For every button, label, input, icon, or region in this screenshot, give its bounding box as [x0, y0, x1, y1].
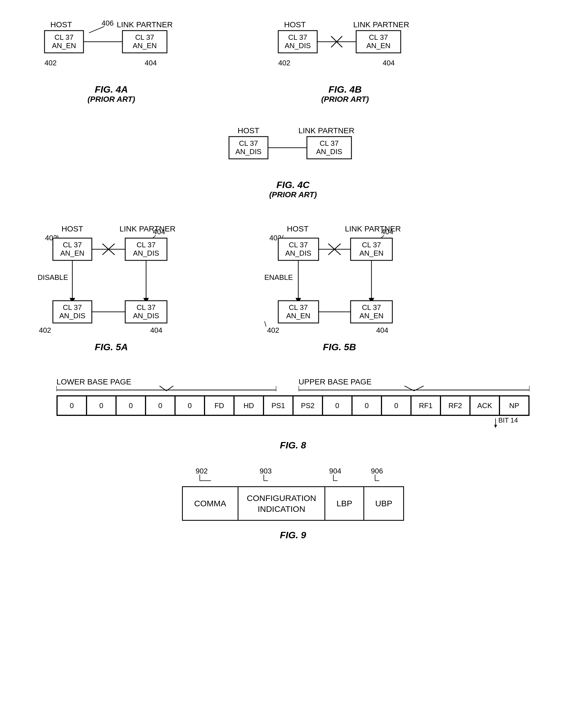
fig-4c-section: HOST LINK PARTNER CL 37 AN_DIS CL 37 AN_…	[22, 123, 564, 199]
fig-row-5ab: HOST LINK PARTNER 402\ 404 CL 37 AN_EN C…	[22, 222, 564, 353]
fig9-cell-lbp: LBP	[325, 487, 364, 520]
fig9-boxes: COMMA CONFIGURATIONINDICATION LBP UBP	[182, 486, 404, 521]
fig4a-ref402: 402	[45, 59, 56, 67]
fig4a-partner-anen: AN_EN	[133, 42, 157, 50]
fig5b-host-label: HOST	[287, 225, 309, 233]
fig4c-host-andis: AN_DIS	[235, 148, 261, 156]
fig5a-bot-host-cl37: CL 37	[63, 303, 82, 312]
fig9-ref906: 906	[371, 467, 383, 475]
fig4b-host-cl37: CL 37	[288, 33, 307, 42]
fig5b-ref404-top: 404	[381, 228, 393, 236]
fig5a-partner-label: LINK PARTNER	[119, 225, 175, 233]
fig4b-host-label: HOST	[284, 20, 306, 29]
fig9-refs-row: 902 903 904 906	[168, 467, 418, 484]
fig9-ref902: 902	[196, 467, 208, 475]
fig5b-top-host-andis: AN_DIS	[285, 249, 311, 257]
fig4c-host-cl37: CL 37	[239, 139, 258, 148]
fig4c-partner-label: LINK PARTNER	[298, 126, 354, 135]
fig5b-ref402-bot: 402	[267, 326, 279, 334]
fig4b-partner-label: LINK PARTNER	[353, 20, 409, 29]
fig-4a-diagram: HOST LINK PARTNER 406 CL 37 AN_EN CL 37 …	[39, 17, 184, 89]
fig8-cell-rf2: RF2	[440, 396, 470, 415]
fig5b-top-partner-cl37: CL 37	[362, 241, 381, 249]
fig4a-host-cl37: CL 37	[54, 33, 73, 42]
fig8-bit14-label: BIT 14	[498, 417, 518, 424]
fig8-brace-row: LOWER BASE PAGE UPPER BASE PAGE	[56, 378, 530, 394]
fig8-cell-1: 0	[86, 396, 116, 415]
fig5a-bot-host-andis: AN_DIS	[59, 312, 85, 320]
fig8-cell-ps2: PS2	[293, 396, 323, 415]
fig4a-host-anen: AN_EN	[52, 42, 76, 50]
fig8-cell-7: 0	[381, 396, 411, 415]
fig8-bit14-arrow: BIT 14	[493, 417, 526, 434]
fig5a-ref404-bot: 404	[150, 326, 162, 334]
fig-9-section: 902 903 904 906 COMMA CONFIGURATIONINDIC…	[22, 467, 564, 541]
fig4a-partner-cl37: CL 37	[135, 33, 154, 42]
fig8-cell-rf1: RF1	[411, 396, 440, 415]
fig4c-partner-cl37: CL 37	[320, 139, 339, 148]
fig4a-partner-label: LINK PARTNER	[117, 20, 173, 29]
fig4c-partner-andis: AN_DIS	[316, 148, 342, 156]
fig5b-top-host-cl37: CL 37	[289, 241, 308, 249]
fig8-cell-4: 0	[175, 396, 205, 415]
fig8-cell-5: 0	[323, 396, 352, 415]
fig8-cell-3: 0	[146, 396, 175, 415]
fig4a-host-label: HOST	[50, 20, 72, 29]
fig8-cell-ps1: PS1	[263, 396, 293, 415]
fig-8-section: LOWER BASE PAGE UPPER BASE PAGE	[22, 378, 564, 451]
fig8-cell-0: 0	[57, 396, 86, 415]
fig5b-ref404-bot: 404	[376, 326, 388, 334]
fig8-upper-brace	[299, 386, 530, 394]
fig-4b-block: HOST LINK PARTNER CL 37 AN_DIS CL 37 AN_…	[273, 17, 417, 104]
fig-8-caption: FIG. 8	[280, 437, 306, 451]
fig5a-bot-partner-andis: AN_DIS	[133, 312, 159, 320]
svg-line-0	[89, 26, 104, 33]
fig5b-brace-left: \	[264, 320, 266, 328]
fig5b-bot-host-anen: AN_EN	[286, 312, 310, 320]
fig9-ref903: 903	[260, 467, 272, 475]
fig-5a-diagram: HOST LINK PARTNER 402\ 404 CL 37 AN_EN C…	[33, 222, 189, 355]
fig4a-ref406: 406	[102, 19, 113, 27]
page: HOST LINK PARTNER 406 CL 37 AN_EN CL 37 …	[0, 0, 586, 728]
svg-marker-49	[494, 425, 497, 428]
fig5a-top-host-cl37: CL 37	[63, 241, 82, 249]
fig5b-bot-partner-cl37: CL 37	[362, 303, 381, 312]
fig8-cell-fd: FD	[205, 396, 234, 415]
fig5a-bot-partner-cl37: CL 37	[137, 303, 156, 312]
fig9-ref904: 904	[329, 467, 341, 475]
fig5a-top-partner-cl37: CL 37	[137, 241, 156, 249]
fig4b-partner-cl37: CL 37	[369, 33, 388, 42]
fig4b-partner-anen: AN_EN	[366, 42, 391, 50]
fig-row-4ab: HOST LINK PARTNER 406 CL 37 AN_EN CL 37 …	[22, 17, 564, 104]
fig-4a-block: HOST LINK PARTNER 406 CL 37 AN_EN CL 37 …	[39, 17, 184, 104]
fig9-refs-svg: 902 903 904 906	[168, 467, 418, 484]
fig-5a-caption: FIG. 5A	[95, 338, 128, 353]
fig5b-bot-partner-anen: AN_EN	[359, 312, 384, 320]
fig8-lower-brace	[56, 386, 276, 394]
fig8-lower-label: LOWER BASE PAGE	[56, 378, 131, 386]
fig4b-host-andis: AN_DIS	[285, 42, 311, 50]
fig8-cell-2: 0	[116, 396, 146, 415]
fig4a-ref404: 404	[145, 59, 157, 67]
fig4b-ref402: 402	[278, 59, 290, 67]
fig8-upper-label: UPPER BASE PAGE	[299, 378, 372, 386]
fig-5a-block: HOST LINK PARTNER 402\ 404 CL 37 AN_EN C…	[33, 222, 189, 353]
fig9-cell-config: CONFIGURATIONINDICATION	[238, 487, 325, 520]
fig5b-bot-host-cl37: CL 37	[289, 303, 308, 312]
fig-4b-diagram: HOST LINK PARTNER CL 37 AN_DIS CL 37 AN_…	[273, 17, 417, 89]
fig-4a-caption: FIG. 4A (PRIOR ART)	[87, 81, 135, 104]
fig9-cell-comma: COMMA	[183, 487, 238, 520]
fig9-cell-ubp: UBP	[364, 487, 403, 520]
fig5a-top-partner-andis: AN_DIS	[133, 249, 159, 257]
fig5a-top-host-anen: AN_EN	[60, 249, 84, 257]
fig-4b-caption: FIG. 4B (PRIOR ART)	[321, 81, 369, 104]
fig5a-disable-label: DISABLE	[37, 273, 68, 282]
fig8-table: 0 0 0 0 0 FD HD PS1 PS2 0 0 0 RF1 RF2 AC…	[56, 395, 530, 416]
fig5a-host-label: HOST	[61, 225, 83, 233]
fig8-cell-6: 0	[352, 396, 381, 415]
fig5b-enable-label: ENABLE	[264, 273, 293, 282]
fig-4c-block: HOST LINK PARTNER CL 37 AN_DIS CL 37 AN_…	[221, 123, 365, 199]
fig5a-ref402-bot: 402	[39, 326, 51, 334]
fig4c-host-label: HOST	[238, 126, 259, 135]
fig5b-top-partner-anen: AN_EN	[359, 249, 384, 257]
